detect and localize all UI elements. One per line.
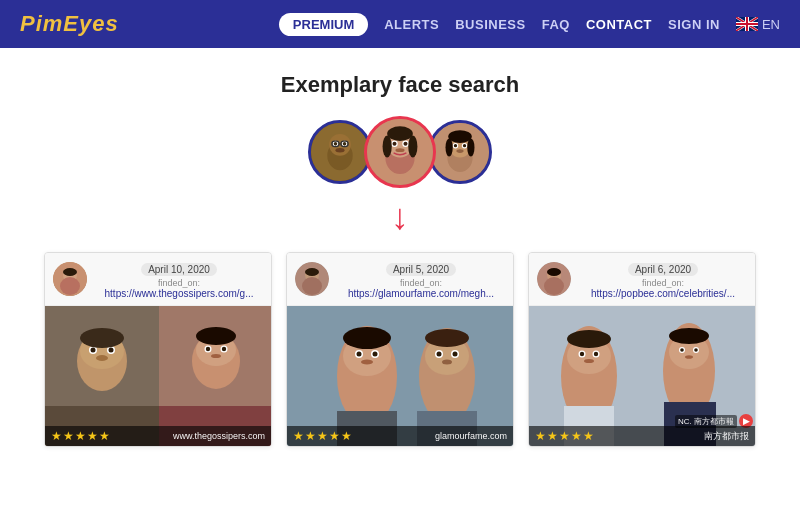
svg-point-38 bbox=[456, 149, 463, 153]
nav-contact[interactable]: CONTACT bbox=[586, 17, 652, 32]
svg-point-83 bbox=[437, 352, 442, 357]
face-circle-oprah[interactable] bbox=[308, 120, 372, 184]
svg-point-64 bbox=[196, 327, 236, 345]
svg-point-98 bbox=[580, 352, 584, 356]
svg-rect-70 bbox=[287, 306, 513, 446]
svg-point-44 bbox=[60, 277, 80, 295]
svg-point-29 bbox=[383, 136, 392, 158]
card-3-url[interactable]: https://popbee.com/celebrities/... bbox=[579, 288, 747, 299]
flag-icon bbox=[736, 17, 758, 31]
svg-point-69 bbox=[305, 268, 319, 276]
card-1-meta: April 10, 2020 finded_on: https://www.th… bbox=[95, 259, 263, 299]
svg-point-37 bbox=[463, 144, 466, 147]
card-1-left-svg bbox=[45, 306, 159, 446]
card-2-thumb bbox=[295, 262, 329, 296]
card-2-url[interactable]: https://glamourfame.com/megh... bbox=[337, 288, 505, 299]
page-title: Exemplary face search bbox=[40, 72, 760, 98]
svg-point-68 bbox=[302, 277, 322, 295]
card-1-footer: ★★★★★ www.thegossipers.com bbox=[45, 426, 271, 446]
nav-signin[interactable]: SIGN IN bbox=[668, 17, 720, 32]
svg-point-36 bbox=[454, 144, 457, 147]
card-2-header: April 5, 2020 finded_on: https://glamour… bbox=[287, 253, 513, 306]
shah-face-svg bbox=[431, 120, 489, 184]
card-3-header: April 6, 2020 finded_on: https://popbee.… bbox=[529, 253, 755, 306]
nav-faq[interactable]: FAQ bbox=[542, 17, 570, 32]
card-3-finded-label: finded_on: bbox=[579, 278, 747, 288]
face-examples bbox=[40, 116, 760, 188]
card-3-stars: ★★★★★ bbox=[535, 429, 595, 443]
card-2-date: April 5, 2020 bbox=[386, 263, 456, 276]
main-content: Exemplary face search bbox=[0, 48, 800, 463]
result-card-2: April 5, 2020 finded_on: https://glamour… bbox=[286, 252, 514, 447]
svg-point-62 bbox=[222, 347, 226, 351]
svg-point-30 bbox=[408, 136, 417, 158]
svg-point-52 bbox=[109, 348, 114, 353]
result-card-3: April 6, 2020 finded_on: https://popbee.… bbox=[528, 252, 756, 447]
face-circle-meghan[interactable] bbox=[364, 116, 436, 188]
logo-eyes: Eyes bbox=[63, 11, 118, 36]
svg-point-14 bbox=[334, 142, 338, 146]
oprah-face-svg bbox=[311, 120, 369, 184]
card-3-image: NC. 南方都市報 ▶ ★★★★★ 南方都市报 bbox=[529, 306, 755, 446]
svg-point-27 bbox=[395, 148, 404, 152]
svg-point-16 bbox=[335, 148, 344, 153]
language-selector[interactable]: EN bbox=[736, 17, 780, 32]
svg-point-109 bbox=[685, 355, 693, 359]
card-1-stars: ★★★★★ bbox=[51, 429, 111, 443]
card-1-url[interactable]: https://www.thegossipers.com/g... bbox=[95, 288, 263, 299]
svg-point-107 bbox=[680, 348, 684, 352]
svg-point-77 bbox=[361, 360, 373, 365]
card-3-site: 南方都市报 bbox=[704, 430, 749, 443]
svg-point-26 bbox=[403, 142, 407, 146]
svg-point-78 bbox=[343, 327, 391, 349]
card-2-image: ★★★★★ glamourfame.com bbox=[287, 306, 513, 446]
svg-point-28 bbox=[387, 126, 413, 141]
svg-point-25 bbox=[392, 142, 396, 146]
card-2-footer: ★★★★★ glamourfame.com bbox=[287, 426, 513, 446]
svg-point-108 bbox=[694, 348, 698, 352]
nav-business[interactable]: BUSINESS bbox=[455, 17, 525, 32]
svg-point-86 bbox=[425, 329, 469, 347]
card-1-site: www.thegossipers.com bbox=[173, 431, 265, 441]
results-grid: April 10, 2020 finded_on: https://www.th… bbox=[40, 252, 760, 447]
card-2-stars: ★★★★★ bbox=[293, 429, 353, 443]
card-1-thumb bbox=[53, 262, 87, 296]
svg-point-54 bbox=[80, 328, 124, 348]
language-label: EN bbox=[762, 17, 780, 32]
search-arrow: ↓ bbox=[40, 196, 760, 238]
card-3-date: April 6, 2020 bbox=[628, 263, 698, 276]
nav-premium-button[interactable]: PREMIUM bbox=[279, 13, 368, 36]
card-2-meta: April 5, 2020 finded_on: https://glamour… bbox=[337, 259, 505, 299]
svg-point-76 bbox=[373, 352, 378, 357]
nav-alerts[interactable]: ALERTS bbox=[384, 17, 439, 32]
meghan-face-svg bbox=[367, 116, 433, 188]
card-1-finded-label: finded_on: bbox=[95, 278, 263, 288]
card-3-meta: April 6, 2020 finded_on: https://popbee.… bbox=[579, 259, 747, 299]
card-1-header: April 10, 2020 finded_on: https://www.th… bbox=[45, 253, 271, 306]
card-2-image-bg bbox=[287, 306, 513, 446]
svg-point-85 bbox=[442, 360, 452, 365]
card-3-thumb-svg bbox=[537, 262, 571, 296]
svg-point-51 bbox=[91, 348, 96, 353]
svg-point-92 bbox=[547, 268, 561, 276]
svg-point-61 bbox=[206, 347, 210, 351]
svg-point-45 bbox=[63, 268, 77, 276]
card-2-thumb-svg bbox=[295, 262, 329, 296]
card-3-image-container: NC. 南方都市報 ▶ bbox=[529, 306, 755, 446]
svg-point-110 bbox=[669, 328, 709, 344]
svg-point-53 bbox=[96, 355, 108, 361]
svg-point-101 bbox=[567, 330, 611, 348]
result-card-1: April 10, 2020 finded_on: https://www.th… bbox=[44, 252, 272, 447]
svg-point-39 bbox=[448, 130, 472, 143]
site-logo[interactable]: PimEyes bbox=[20, 11, 119, 37]
face-circle-shah[interactable] bbox=[428, 120, 492, 184]
svg-point-41 bbox=[467, 138, 474, 156]
card-2-svg bbox=[287, 306, 513, 446]
svg-point-63 bbox=[211, 354, 221, 358]
logo-pim: Pim bbox=[20, 11, 63, 36]
svg-point-75 bbox=[357, 352, 362, 357]
svg-rect-8 bbox=[736, 23, 758, 25]
card-1-right-svg bbox=[159, 306, 271, 446]
svg-point-100 bbox=[584, 359, 594, 363]
card-1-thumb-svg bbox=[53, 262, 87, 296]
